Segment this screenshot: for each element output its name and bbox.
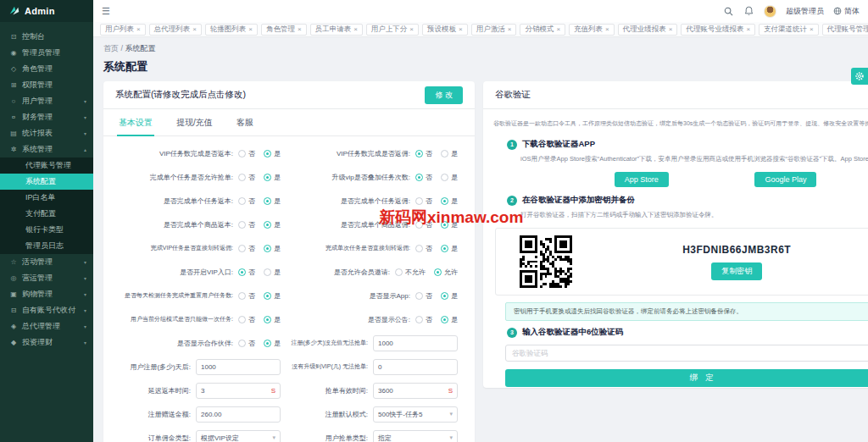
tab-close-icon[interactable]: × [746, 25, 750, 33]
radio-option[interactable]: 否 [415, 196, 432, 206]
workspace-tab[interactable]: 预设模板× [422, 24, 468, 36]
field-select[interactable]: 指定▾ [373, 430, 458, 442]
tab-close-icon[interactable]: × [669, 25, 673, 33]
tab-close-icon[interactable]: × [248, 25, 253, 33]
sidebar-item-shopping-management[interactable]: ▣购物管理▾ [0, 286, 93, 302]
field-input[interactable]: 1000 [196, 359, 281, 375]
sidebar-subitem-bank-card-type[interactable]: 银行卡类型 [0, 222, 93, 238]
breadcrumb-home[interactable]: 首页 [103, 44, 119, 52]
radio-option[interactable]: 是 [441, 244, 458, 253]
field-select[interactable]: 根据VIP设定▾ [196, 430, 281, 442]
sidebar-subitem-ip-whitelist[interactable]: IP白名单 [0, 190, 93, 206]
sidebar-item-finance-management[interactable]: ¤财务管理▾ [0, 109, 93, 125]
workspace-tab[interactable]: 员工申请表× [310, 24, 363, 36]
radio-option[interactable]: 否 [238, 173, 255, 182]
radio-option[interactable]: 允许 [434, 268, 458, 277]
radio-option[interactable]: 是 [441, 315, 458, 324]
radio-option[interactable]: 是 [264, 339, 281, 348]
sidebar-subitem-system-config[interactable]: 系统配置 [0, 174, 93, 190]
workspace-tab[interactable]: 用户列表× [100, 24, 146, 36]
workspace-tab[interactable]: 总代理列表× [149, 24, 202, 36]
settings-gear-button[interactable] [851, 68, 868, 85]
field-input[interactable]: 3S [196, 383, 281, 399]
tab-close-icon[interactable]: × [136, 25, 141, 33]
sidebar-item-console[interactable]: ⊡控制台 [0, 29, 93, 45]
sidebar-item-own-account-collection[interactable]: ⊟自有账号代收付▾ [0, 302, 93, 318]
google-play-button[interactable]: Google Play [754, 172, 816, 187]
workspace-tab[interactable]: 用户上下分× [366, 24, 419, 36]
radio-option[interactable]: 否 [238, 220, 255, 229]
sidebar-item-general-agent-management[interactable]: ◈总代理管理▾ [0, 318, 93, 334]
sidebar-item-operation-management[interactable]: ◎营运管理▾ [0, 270, 93, 286]
radio-option[interactable]: 否 [238, 268, 255, 277]
sidebar-item-permission-management[interactable]: ⊞权限管理 [0, 77, 93, 93]
radio-option[interactable]: 是 [264, 315, 281, 324]
radio-option[interactable]: 是 [441, 291, 458, 301]
radio-option[interactable]: 是 [264, 196, 281, 206]
field-input[interactable]: 3600S [373, 383, 458, 399]
workspace-tab[interactable]: 轮播图列表× [205, 24, 258, 36]
app-store-button[interactable]: App Store [615, 172, 669, 187]
radio-option[interactable]: 是 [441, 220, 458, 229]
tab-close-icon[interactable]: × [605, 25, 609, 33]
radio-option[interactable]: 否 [415, 244, 432, 253]
radio-option[interactable]: 是 [441, 173, 458, 182]
language-switcher[interactable]: 简体 [833, 6, 860, 17]
tab-close-icon[interactable]: × [459, 25, 463, 33]
workspace-tab[interactable]: 充值列表× [569, 24, 615, 36]
user-avatar[interactable] [764, 5, 776, 18]
workspace-tab[interactable]: 代理业绩报表× [618, 24, 678, 36]
tab-close-icon[interactable]: × [409, 25, 414, 33]
sidebar-item-role-management[interactable]: ◇角色管理 [0, 61, 93, 77]
radio-option[interactable]: 否 [415, 291, 432, 301]
sidebar-collapse-icon[interactable]: ☰ [102, 6, 110, 17]
sidebar-subitem-payment-config[interactable]: 支付配置 [0, 206, 93, 222]
sidebar-item-report-statistics[interactable]: ▤统计报表▾ [0, 125, 93, 141]
sidebar-item-system-management[interactable]: ✲系统管理▴ [0, 141, 93, 157]
workspace-tab[interactable]: 用户激活× [471, 24, 517, 36]
field-input[interactable]: 0 [373, 359, 458, 375]
radio-option[interactable]: 否 [238, 149, 255, 158]
sidebar-subitem-agent-account-management[interactable]: 代理账号管理 [0, 157, 93, 174]
workspace-tab[interactable]: 代理账号业绩报表× [681, 24, 755, 36]
radio-option[interactable]: 是 [264, 149, 281, 158]
radio-option[interactable]: 不允许 [395, 268, 426, 277]
field-select[interactable]: 500快手-任务5▾ [373, 406, 458, 423]
radio-option[interactable]: 否 [238, 291, 255, 301]
workspace-tab[interactable]: 支付渠道统计× [759, 24, 819, 36]
radio-option[interactable]: 是 [441, 196, 458, 206]
workspace-tab[interactable]: 代理账号管理× [822, 24, 868, 36]
radio-option[interactable]: 否 [415, 220, 432, 229]
workspace-tab[interactable]: 角色管理× [261, 24, 307, 36]
radio-option[interactable]: 否 [238, 315, 255, 324]
sidebar-item-investment-management[interactable]: ◆投资理财▾ [0, 334, 93, 351]
config-tab[interactable]: 提现/充值 [175, 109, 214, 136]
tab-close-icon[interactable]: × [298, 25, 302, 33]
radio-option[interactable]: 是 [264, 291, 281, 301]
bind-button[interactable]: 绑 定 [505, 369, 868, 387]
workspace-tab[interactable]: 分销模式× [520, 24, 565, 36]
radio-option[interactable]: 是 [264, 268, 281, 277]
search-icon[interactable] [723, 6, 734, 17]
radio-option[interactable]: 是 [264, 244, 281, 253]
sidebar-subitem-admin-log[interactable]: 管理员日志 [0, 238, 93, 254]
field-input[interactable]: 1000 [373, 335, 458, 351]
notification-bell-icon[interactable] [743, 6, 754, 17]
radio-option[interactable]: 是 [441, 149, 458, 158]
radio-option[interactable]: 否 [415, 149, 432, 158]
config-tab[interactable]: 基本设置 [117, 109, 154, 136]
google-code-input[interactable] [505, 345, 868, 362]
tab-close-icon[interactable]: × [810, 25, 814, 33]
radio-option[interactable]: 否 [238, 244, 255, 253]
sidebar-item-admin-management[interactable]: ◉管理员管理 [0, 45, 93, 61]
tab-close-icon[interactable]: × [192, 25, 197, 33]
radio-option[interactable]: 否 [415, 173, 432, 182]
radio-option[interactable]: 否 [238, 339, 255, 348]
tab-close-icon[interactable]: × [556, 25, 560, 33]
username[interactable]: 超级管理员 [786, 6, 824, 17]
tab-close-icon[interactable]: × [353, 25, 358, 33]
radio-option[interactable]: 是 [264, 173, 281, 182]
copy-key-button[interactable]: 复制密钥 [711, 262, 762, 280]
sidebar-item-activity-management[interactable]: ☆活动管理▾ [0, 254, 93, 270]
edit-button[interactable]: 修 改 [425, 86, 463, 104]
